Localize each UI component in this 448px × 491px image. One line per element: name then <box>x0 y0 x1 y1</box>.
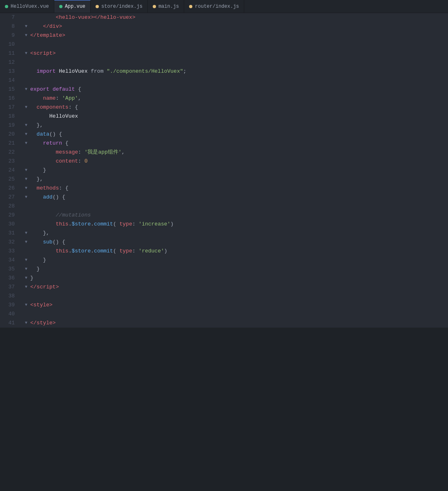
line-num-36: 36 <box>3 274 18 283</box>
code-indent-29 <box>30 211 56 220</box>
fold-icon-19[interactable]: ▼ <box>23 122 29 129</box>
line-num-31: 31 <box>3 229 18 238</box>
code-line-33: this . $store . commit ( type : 'reduce'… <box>21 247 448 256</box>
brace-close-24: } <box>43 166 46 175</box>
line-num-15: 15 <box>3 85 18 94</box>
func-sub-32: sub <box>43 238 52 247</box>
kw-default-15: default <box>53 85 75 94</box>
line-numbers: 7 8 9 10 11 12 13 14 15 16 17 18 19 20 2… <box>0 13 21 328</box>
fold-icon-9[interactable]: ▼ <box>23 32 29 39</box>
tab-storeindex[interactable]: store/index.js <box>91 0 148 13</box>
code-line-7: <hello-vuex></hello-vuex> <box>21 13 448 22</box>
fold-icon-32[interactable]: ▼ <box>23 239 29 246</box>
func-add-27: add <box>43 193 52 202</box>
code-line-21: ▼ return { <box>21 139 448 148</box>
tab-routerindex[interactable]: router/index.js <box>184 0 244 13</box>
colon-26: : { <box>59 184 68 193</box>
fold-icon-27[interactable]: ▼ <box>23 194 29 201</box>
fold-icon-36[interactable]: ▼ <box>23 275 29 281</box>
code-indent-33 <box>30 247 56 256</box>
line-num-23: 23 <box>3 157 18 166</box>
code-line-19: ▼ }, <box>21 121 448 130</box>
fold-icon-25[interactable]: ▼ <box>23 176 29 183</box>
fold-icon-26[interactable]: ▼ <box>23 185 29 192</box>
brace-open-15: { <box>75 85 81 94</box>
kw-return-21: return <box>43 139 62 148</box>
tag-script-close-37: </script> <box>30 283 59 292</box>
code-line-25: ▼ }, <box>21 175 448 184</box>
code-line-36: ▼ } <box>21 274 448 283</box>
code-line-12 <box>21 58 448 67</box>
code-indent-22 <box>30 148 56 157</box>
kw-this-33: this <box>56 247 68 256</box>
fold-icon-37[interactable]: ▼ <box>23 284 29 290</box>
line-num-35: 35 <box>3 265 18 274</box>
line-num-37: 37 <box>3 283 18 292</box>
fold-icon-17[interactable]: ▼ <box>23 104 29 111</box>
fold-icon-8[interactable]: ▼ <box>23 23 29 30</box>
code-indent-26 <box>30 184 37 193</box>
val-increase-30: 'increase' <box>138 220 170 229</box>
tag-template-close-9: </template> <box>30 31 65 40</box>
brace-close-36: } <box>30 274 33 283</box>
paren-close-30: ) <box>170 220 174 229</box>
dot-30b: . <box>91 220 94 229</box>
tag-open-7: <hello-vuex></hello-vuex> <box>56 13 135 22</box>
code-line-17: ▼ components : { <box>21 103 448 112</box>
tag-close-8: </div> <box>43 22 62 31</box>
fold-icon-39[interactable]: ▼ <box>23 302 29 308</box>
val-reduce-33: 'reduce' <box>138 247 164 256</box>
code-line-23: content : 0 <box>21 157 448 166</box>
code-line-15: ▼ export default { <box>21 85 448 94</box>
val-message-22: '我是app组件' <box>85 148 122 157</box>
fold-icon-35[interactable]: ▼ <box>23 266 29 272</box>
tag-script-open-11: <script> <box>30 49 56 58</box>
line-num-8: 8 <box>3 22 18 31</box>
tab-label-routerindex: router/index.js <box>195 4 239 9</box>
tab-dot-js-router <box>189 5 192 8</box>
line-num-19: 19 <box>3 121 18 130</box>
tab-label-storeindex: store/index.js <box>101 4 143 9</box>
path-13: "./components/HelloVuex" <box>107 67 183 76</box>
line-num-41: 41 <box>3 319 18 328</box>
code-line-22: message : '我是app组件' , <box>21 148 448 157</box>
comma-16: , <box>78 94 81 103</box>
commit-30: commit <box>94 220 113 229</box>
line-num-9: 9 <box>3 31 18 40</box>
fold-icon-15[interactable]: ▼ <box>23 86 29 93</box>
code-line-16: name : 'App' , <box>21 94 448 103</box>
line-num-28: 28 <box>3 202 18 211</box>
fold-icon-41[interactable]: ▼ <box>23 320 29 326</box>
commit-33: commit <box>94 247 113 256</box>
code-indent-8 <box>30 22 43 31</box>
tab-appvue[interactable]: App.vue <box>54 0 91 13</box>
fold-icon-24[interactable]: ▼ <box>23 167 29 174</box>
fold-icon-20[interactable]: ▼ <box>23 131 29 138</box>
space-15 <box>49 85 53 94</box>
code-indent-16 <box>30 94 43 103</box>
fold-icon-11[interactable]: ▼ <box>23 50 29 57</box>
fold-icon-34[interactable]: ▼ <box>23 257 29 263</box>
key-content-23: content <box>56 157 78 166</box>
code-indent-18 <box>30 112 49 121</box>
code-line-32: ▼ sub () { <box>21 238 448 247</box>
tab-hellovuex[interactable]: HelloVuex.vue <box>0 0 54 13</box>
line-num-39: 39 <box>3 301 18 310</box>
code-indent-35 <box>30 265 37 274</box>
code-line-26: ▼ methods : { <box>21 184 448 193</box>
tab-mainjs[interactable]: main.js <box>148 0 184 13</box>
code-line-29: //mutations <box>21 211 448 220</box>
line-num-27: 27 <box>3 193 18 202</box>
tab-label-mainjs: main.js <box>158 4 179 9</box>
colon-30: : <box>132 220 139 229</box>
tag-style-open-39: <style> <box>30 301 53 310</box>
fold-icon-31[interactable]: ▼ <box>23 230 29 237</box>
line-num-7: 7 <box>3 13 18 22</box>
val-content-23: 0 <box>85 157 88 166</box>
parens-add-27: () { <box>53 193 65 202</box>
val-name-16: 'App' <box>62 94 78 103</box>
line-num-13: 13 <box>3 67 18 76</box>
tab-bar: HelloVuex.vue App.vue store/index.js mai… <box>0 0 448 13</box>
line-num-18: 18 <box>3 112 18 121</box>
fold-icon-21[interactable]: ▼ <box>23 140 29 147</box>
